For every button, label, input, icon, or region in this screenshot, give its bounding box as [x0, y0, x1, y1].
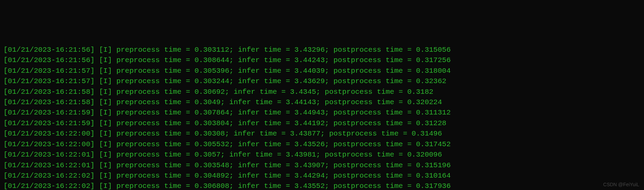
log-line: [01/21/2023-16:21:57] [I] preprocess tim… — [3, 66, 641, 76]
log-line: [01/21/2023-16:21:58] [I] preprocess tim… — [3, 87, 641, 97]
log-line: [01/21/2023-16:21:56] [I] preprocess tim… — [3, 45, 641, 55]
log-line: [01/21/2023-16:22:00] [I] preprocess tim… — [3, 139, 641, 150]
log-line: [01/21/2023-16:21:58] [I] preprocess tim… — [3, 97, 641, 108]
log-line: [01/21/2023-16:21:56] [I] preprocess tim… — [3, 55, 641, 66]
log-line: [01/21/2023-16:22:01] [I] preprocess tim… — [3, 160, 641, 171]
log-line: [01/21/2023-16:21:59] [I] preprocess tim… — [3, 118, 641, 129]
log-line: [01/21/2023-16:21:57] [I] preprocess tim… — [3, 76, 641, 87]
watermark-text: CSDN @FeiYuiL — [603, 181, 639, 188]
log-line: [01/21/2023-16:22:00] [I] preprocess tim… — [3, 129, 641, 139]
log-line: [01/21/2023-16:22:01] [I] preprocess tim… — [3, 150, 641, 160]
log-line: [01/21/2023-16:22:02] [I] preprocess tim… — [3, 181, 641, 190]
log-line: [01/21/2023-16:21:59] [I] preprocess tim… — [3, 108, 641, 118]
terminal-log-output: [01/21/2023-16:21:56] [I] preprocess tim… — [3, 45, 641, 190]
log-line: [01/21/2023-16:22:02] [I] preprocess tim… — [3, 171, 641, 181]
